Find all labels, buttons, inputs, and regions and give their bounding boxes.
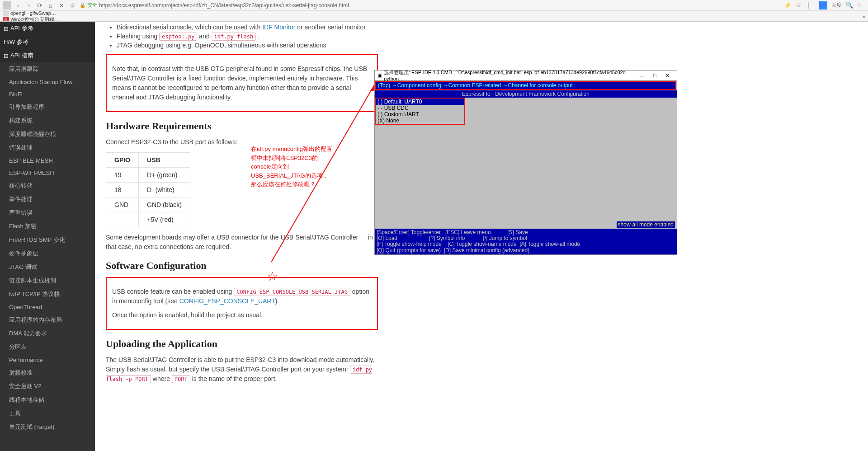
code-esptool: esptool.py (159, 33, 197, 41)
terminal-titlebar: ▣ 选择管理员: ESP-IDF 4.3 CMD - "D:\espressif… (375, 70, 677, 80)
page-favicon (3, 1, 11, 9)
search-engine-icon[interactable] (819, 1, 827, 9)
maximize-button[interactable]: □ (648, 71, 661, 80)
idf-monitor-link[interactable]: IDF Monitor (262, 23, 295, 31)
menuconfig-breadcrumb: (Top) →Component config →Common ESP-rela… (375, 81, 676, 90)
cmd-icon: ▣ (377, 72, 382, 78)
table-row: GNDGND (black) (106, 197, 190, 212)
star-icon[interactable]: ☆ (796, 1, 804, 9)
terminal-window: ▣ 选择管理员: ESP-IDF 4.3 CMD - "D:\espressif… (374, 70, 677, 255)
sidebar-item[interactable]: OpenThread (0, 301, 95, 313)
sidebar-item[interactable]: 分区表 (0, 340, 95, 354)
sw-config-text: USB console feature can be enabled using… (112, 287, 372, 306)
gpio-table: GPIOUSB 19D+ (green)18D- (white)GNDGND (… (106, 152, 190, 227)
back-button[interactable]: ‹ (14, 2, 22, 9)
sidebar-item[interactable]: 引导加载程序 (0, 100, 95, 114)
menuconfig-options: ( ) Default: UART0 - - USB CDC ( ) Custo… (375, 98, 465, 125)
menuconfig-option-none[interactable]: (X) None (376, 117, 464, 124)
sidebar-item[interactable]: ESP-WIFI-MESH (0, 167, 95, 179)
sidebar-item[interactable]: 应用层跟踪 (0, 62, 95, 76)
sidebar-item[interactable]: 错误处理 (0, 141, 95, 155)
sidebar-item[interactable]: JTAG 调试 (0, 260, 95, 274)
address-bar[interactable]: 🔒 安全 https://docs.espressif.com/projects… (80, 2, 349, 9)
menuconfig-option-usbcdc[interactable]: - - USB CDC (376, 105, 464, 111)
note-box: Note that, in contrast with the USB OTG … (106, 54, 378, 112)
sidebar-item[interactable]: 安全启动 V2 (0, 380, 95, 393)
heading-uploading: Uploading the Application (106, 338, 378, 350)
sidebar-item[interactable]: lwIP TCP/IP 协议栈 (0, 287, 95, 301)
heading-hw-requirements: Hardware Requirements (106, 120, 378, 132)
table-row: 18D- (white) (106, 183, 190, 197)
browser-toolbar: ‹ › ⟳ ⌂ ✕ ☆ 🔒 安全 https://docs.espressif.… (0, 0, 868, 11)
menuconfig-option-custom-uart[interactable]: ( ) Custom UART (376, 111, 464, 117)
sidebar-item[interactable]: 深度睡眠唤醒存根 (0, 127, 95, 141)
sidebar-item[interactable]: ESP-BLE-MESH (0, 155, 95, 167)
sidebar-item[interactable]: DMA 能力要求 (0, 327, 95, 340)
menuconfig-header: Espressif IoT Development Framework Conf… (375, 90, 677, 98)
sidebar-item[interactable]: 构建系统 (0, 114, 95, 127)
sw-config-box: USB console feature can be enabled using… (106, 277, 378, 330)
flash-icon[interactable]: ⚡ (784, 1, 792, 9)
sidebar-item[interactable]: 单元测试 (Target) (0, 420, 95, 434)
stop-button[interactable]: ✕ (58, 2, 65, 9)
sidebar-item[interactable]: 硬件抽象层 (0, 247, 95, 260)
search-engine-label: 百度 (831, 1, 842, 9)
minimize-button[interactable]: ― (636, 71, 648, 80)
sidebar-item[interactable]: 核心转储 (0, 179, 95, 193)
heading-sw-config: Software Configuration (106, 260, 378, 272)
feature-bullet: JTAG debugging using e.g. OpenOCD, simul… (117, 42, 378, 49)
feature-bullet: Bidirectional serial console, which can … (117, 23, 378, 31)
close-button[interactable]: ✕ (661, 71, 674, 80)
bookmark-item[interactable]: opengl - glfwSwap… (3, 11, 75, 16)
sidebar-header-api-ref[interactable]: ⊞API 参考 (0, 22, 95, 35)
hw-connect-text: Connect ESP32-C3 to the USB port as foll… (106, 137, 378, 147)
lock-icon: 🔒 安全 (80, 2, 97, 9)
bookmark-star-icon[interactable]: ☆ (69, 2, 76, 9)
table-row: 19D+ (green) (106, 168, 190, 183)
search-icon[interactable]: 🔍 (845, 1, 854, 9)
sidebar-item[interactable]: BluFi (0, 88, 95, 100)
sidebar-item[interactable]: 工具 (0, 407, 95, 420)
hw-note-text: Some development boards may offer a USB … (106, 233, 378, 252)
sidebar-header-api-guide[interactable]: ⊟API 指南 (0, 49, 95, 62)
bookmarks-bar: 百度一下 CC++中public、prot… C++ 学习笔记 命名空间和函数前… (0, 11, 868, 22)
sidebar-item[interactable]: Application Startup Flow (0, 76, 95, 88)
reload-button[interactable]: ⟳ (36, 2, 43, 9)
bookmarks-overflow[interactable]: » (863, 14, 865, 19)
table-header: GPIO (106, 153, 139, 168)
sidebar-header-hw-ref[interactable]: H/W 参考 (0, 35, 95, 49)
table-header: USB (139, 153, 190, 168)
terminal-title-text: 选择管理员: ESP-IDF 4.3 CMD - "D:\espressif\i… (384, 69, 636, 81)
code-idfpy-flash: idf.py flash (212, 33, 256, 41)
table-row: +5V (red) (106, 212, 190, 227)
feature-bullet: Flashing using esptool.py and idf.py fla… (117, 33, 378, 40)
link-config-uart[interactable]: CONFIG_ESP_CONSOLE_UART (179, 297, 275, 305)
annotation-text: 在idf.py menuconfig弹出的配置框中未找到将ESP32C3的con… (251, 145, 332, 189)
sidebar-item[interactable]: 链接脚本生成机制 (0, 274, 95, 287)
sidebar-item[interactable]: 事件处理 (0, 193, 95, 206)
sw-build-text: Once the option is enabled, build the pr… (112, 310, 372, 320)
forward-button[interactable]: › (25, 2, 33, 9)
home-button[interactable]: ⌂ (47, 2, 54, 9)
sidebar-item[interactable]: Performance (0, 354, 95, 366)
bookmark-item[interactable]: CWin32控制台应用程… (3, 16, 75, 22)
sidebar: ⊞API 参考 H/W 参考 ⊟API 指南 应用层跟踪Application … (0, 22, 95, 451)
upload-text: The USB Serial/JTAG Controller is able t… (106, 355, 378, 384)
url-text: https://docs.espressif.com/projects/esp-… (99, 2, 349, 9)
note-text: Note that, in contrast with the USB OTG … (112, 64, 372, 102)
sidebar-item[interactable]: 严重错误 (0, 206, 95, 220)
sidebar-item[interactable]: 线程本地存储 (0, 393, 95, 407)
code-config-usb-serial-jtag: CONFIG_ESP_CONSOLE_USB_SERIAL_JTAG (234, 288, 350, 296)
menu-icon[interactable]: ≡ (857, 1, 865, 9)
sidebar-item[interactable]: 应用程序的内存布局 (0, 313, 95, 327)
menuconfig-option-uart0[interactable]: ( ) Default: UART0 (376, 99, 464, 105)
menuconfig-body: ( ) Default: UART0 - - USB CDC ( ) Custo… (375, 98, 677, 229)
star-icon: ☆ (267, 269, 278, 284)
sidebar-item[interactable]: FreeRTOS SMP 变化 (0, 233, 95, 247)
show-all-label: show-all mode enabled (617, 221, 675, 228)
sidebar-item[interactable]: 射频校准 (0, 366, 95, 380)
divider: | (807, 1, 816, 9)
sidebar-item[interactable]: Flash 加密 (0, 220, 95, 233)
menuconfig-help-footer: [Space/Enter] Toggle/enter [ESC] Leave m… (375, 229, 677, 254)
code-port: PORT (172, 375, 190, 383)
